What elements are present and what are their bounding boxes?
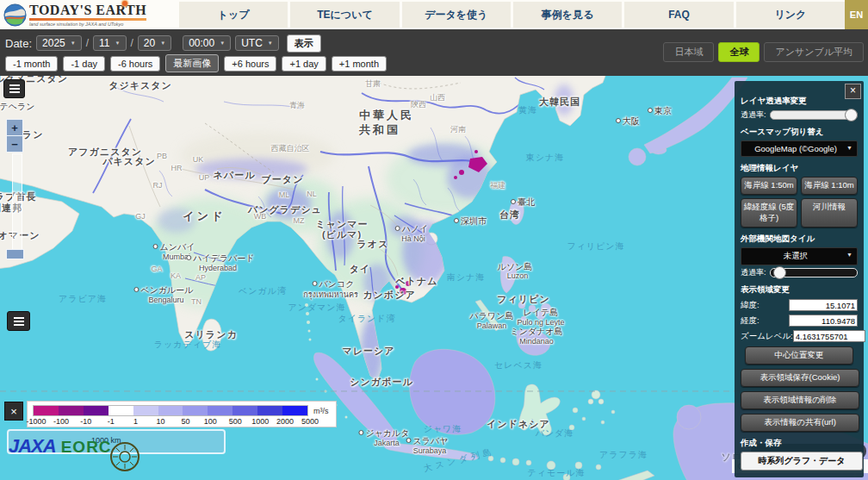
delete-view-info-button[interactable]: 表示領域情報の削除 — [741, 391, 859, 409]
legend: × m³/s -1000-100-10-11105010050010002000… — [4, 401, 337, 427]
latitude-field[interactable] — [789, 299, 858, 311]
legend-tick: -1 — [108, 417, 115, 426]
timezone-select[interactable]: UTC▼ — [235, 35, 279, 51]
legend-color-segment — [108, 406, 133, 415]
agency-logos: JAXA EORC — [9, 435, 112, 458]
time-select[interactable]: 00:00▼ — [183, 35, 231, 51]
map-canvas[interactable]: トルクメニスタンタジキスタンテヘランイランアフガニスタンパキスタン中華人民共和国… — [0, 76, 868, 480]
nav-tab[interactable]: TEについて — [290, 2, 399, 28]
save-cookie-button[interactable]: 表示領域保存(Cookie) — [741, 369, 859, 387]
legend-close-button[interactable]: × — [4, 402, 23, 421]
legend-tick-labels: -1000-100-10-111050100500100020005000 — [33, 416, 317, 426]
share-url-button[interactable]: 表示情報の共有(url) — [741, 414, 859, 432]
region-button[interactable]: 日本域 — [663, 42, 714, 62]
panel-close-button[interactable]: × — [845, 84, 861, 99]
longitude-field[interactable] — [789, 315, 858, 327]
time-step-button[interactable]: -1 day — [63, 56, 105, 72]
nav-tab[interactable]: トップ — [179, 2, 288, 28]
legend-color-segment — [59, 406, 84, 415]
legend-color-segment — [183, 406, 208, 415]
day-select[interactable]: 20▼ — [138, 35, 171, 51]
time-step-button[interactable]: +1 month — [332, 56, 387, 72]
zoom-level-label: ズームレベル: — [741, 331, 793, 342]
show-button[interactable]: 表示 — [287, 34, 321, 53]
zoom-slider-track[interactable] — [12, 153, 22, 257]
ext-tile-opacity-slider[interactable] — [770, 268, 858, 277]
legend-tick: -10 — [80, 417, 91, 426]
language-toggle-en[interactable]: EN — [845, 0, 868, 29]
header: TODAY'S EARTH land surface simulation by… — [0, 0, 868, 29]
site-title: TODAY'S EARTH — [29, 3, 146, 17]
legend-tick: 50 — [181, 417, 189, 426]
layer-settings-panel: × レイヤ透過率変更 透過率: ベースマップ切り替え GoogleMap (©G… — [735, 81, 864, 477]
basemap-title: ベースマップ切り替え — [741, 127, 858, 138]
globe-icon — [3, 3, 27, 27]
legend-color-segment — [232, 406, 257, 415]
layers-menu-icon[interactable] — [7, 311, 30, 331]
view-area-title: 表示領域変更 — [741, 284, 858, 296]
time-step-button[interactable]: 最新画像 — [165, 54, 219, 72]
nav-tab[interactable]: 事例を見る — [513, 2, 622, 28]
hamburger-icon — [14, 321, 24, 322]
legend-tick: -1000 — [26, 417, 46, 426]
region-button[interactable]: 全球 — [718, 42, 760, 62]
date-separator: / — [86, 37, 89, 49]
timeseries-graph-button[interactable]: 時系列グラフ・データ — [741, 452, 863, 471]
time-step-button[interactable]: +1 day — [282, 56, 326, 72]
time-step-button[interactable]: +6 hours — [224, 56, 276, 72]
ext-tile-title: 外部機関地図タイル — [741, 234, 858, 245]
legend-color-segment — [34, 406, 59, 415]
region-buttons: 日本域全球アンサンブル平均 — [663, 42, 864, 62]
ext-tile-select[interactable]: 未選択▼ — [741, 247, 858, 265]
jaxa-logo: JAXA — [9, 435, 56, 458]
menu-icon[interactable] — [3, 79, 25, 98]
slider-handle[interactable] — [845, 109, 858, 122]
layer-opacity-slider[interactable] — [770, 110, 858, 120]
chevron-down-icon: ▼ — [160, 41, 165, 46]
time-step-button[interactable]: -1 month — [5, 56, 58, 72]
zoom-in-button[interactable]: + — [6, 119, 23, 136]
site-logo[interactable]: TODAY'S EARTH land surface simulation by… — [0, 0, 177, 29]
legend-tick: 5000 — [301, 417, 319, 426]
logo-underline — [29, 18, 146, 21]
hamburger-icon — [9, 88, 20, 90]
nav-tab[interactable]: FAQ — [624, 2, 733, 28]
zoom-level-field[interactable] — [793, 330, 865, 342]
site-subtitle: land surface simulation by JAXA and UTok… — [29, 22, 146, 27]
basemap-select[interactable]: GoogleMap (©Google)▼ — [741, 140, 858, 157]
university-seal-icon — [109, 441, 140, 472]
zoom-out-button[interactable]: − — [6, 135, 23, 153]
geo-layer-button[interactable]: 緯経度線 (5度格子) — [741, 198, 797, 228]
geo-layer-button[interactable]: 河川情報 — [801, 198, 858, 228]
opacity-label-2: 透過率: — [741, 267, 766, 278]
legend-color-segment — [158, 406, 183, 415]
legend-tick: -100 — [53, 417, 69, 426]
longitude-label: 経度: — [741, 315, 760, 327]
geo-layer-button[interactable]: 海岸線 1:50m — [741, 177, 797, 195]
chevron-down-icon: ▼ — [71, 41, 76, 46]
nav-tab[interactable]: データを使う — [402, 2, 511, 28]
legend-tick: 100 — [204, 417, 217, 426]
region-button[interactable]: アンサンブル平均 — [764, 42, 864, 62]
chevron-down-icon: ▼ — [846, 252, 852, 258]
zoom-slider-handle[interactable] — [6, 249, 24, 259]
legend-color-segment — [133, 406, 158, 415]
sun-icon — [122, 1, 127, 6]
geo-layer-title: 地理情報レイヤ — [741, 163, 858, 174]
chevron-down-icon: ▼ — [220, 41, 225, 46]
chevron-down-icon: ▼ — [115, 41, 121, 46]
nav-tab[interactable]: リンク — [736, 2, 845, 28]
slider-handle[interactable] — [773, 266, 786, 279]
year-select[interactable]: 2025▼ — [36, 35, 82, 51]
date-toolbar: Date: 2025▼ / 11▼ / 20▼ 00:00▼ UTC▼ 表示 -… — [0, 29, 868, 76]
legend-unit: m³/s — [313, 407, 329, 415]
date-separator: / — [131, 37, 133, 49]
legend-color-segment — [257, 406, 282, 415]
geo-layer-button[interactable]: 海岸線 1:10m — [801, 177, 858, 195]
center-position-button[interactable]: 中心位置変更 — [745, 346, 853, 365]
geo-layer-buttons: 海岸線 1:50m海岸線 1:10m緯経度線 (5度格子)河川情報 — [741, 177, 858, 228]
month-select[interactable]: 11▼ — [93, 35, 126, 51]
chevron-down-icon: ▼ — [846, 145, 852, 151]
layer-opacity-title: レイヤ透過率変更 — [741, 96, 858, 107]
time-step-button[interactable]: -6 hours — [110, 56, 160, 72]
